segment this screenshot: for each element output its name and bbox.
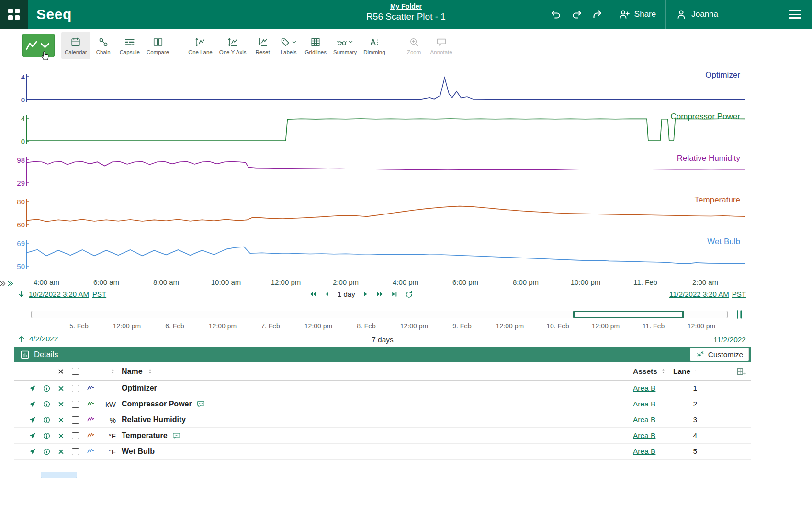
y-axis-max-label[interactable]: 4 xyxy=(14,73,25,81)
home-button[interactable] xyxy=(0,0,28,29)
summary-button[interactable]: Summary xyxy=(330,32,360,59)
calendar-button[interactable]: Calendar xyxy=(61,32,90,59)
remove-icon[interactable] xyxy=(57,448,65,456)
lane-label[interactable]: Temperature xyxy=(695,195,740,205)
row-checkbox[interactable] xyxy=(72,448,79,455)
breadcrumb[interactable]: My Folder xyxy=(390,2,422,10)
y-axis-min-label[interactable]: 29 xyxy=(14,179,25,187)
step-size-label[interactable]: 1 day xyxy=(338,290,355,298)
y-axis-min-label[interactable]: 0 xyxy=(14,96,25,104)
range-end-timezone-link[interactable]: PST xyxy=(732,290,746,298)
row-checkbox[interactable] xyxy=(72,385,79,392)
pin-icon[interactable] xyxy=(28,448,36,456)
dimming-icon xyxy=(369,37,380,47)
capsule-button[interactable]: Capsule xyxy=(116,32,143,59)
down-arrow-icon[interactable] xyxy=(17,290,25,298)
fast-backward-button[interactable] xyxy=(309,290,317,298)
asset-link[interactable]: Area B xyxy=(633,431,655,440)
remove-icon[interactable] xyxy=(57,416,65,424)
fast-forward-button[interactable] xyxy=(376,290,384,298)
remove-icon[interactable] xyxy=(57,400,65,408)
selection-left-handle[interactable] xyxy=(573,311,575,318)
lane-label[interactable]: Relative Humidity xyxy=(677,154,740,163)
remove-icon[interactable] xyxy=(57,432,65,440)
asset-link[interactable]: Area B xyxy=(633,384,655,393)
step-backward-button[interactable] xyxy=(323,290,331,298)
pin-icon[interactable] xyxy=(28,432,36,440)
trend-button[interactable] xyxy=(22,34,55,57)
info-icon[interactable] xyxy=(43,448,51,456)
summary-label: Summary xyxy=(333,49,357,55)
info-icon[interactable] xyxy=(43,432,51,440)
y-axis-min-label[interactable]: 0 xyxy=(14,137,25,146)
pin-icon[interactable] xyxy=(28,400,36,408)
gridlines-button[interactable]: Gridlines xyxy=(302,32,330,59)
share-button[interactable]: Share xyxy=(609,0,665,29)
lane-plot-4[interactable]: Temperature xyxy=(26,195,745,236)
remove-icon[interactable] xyxy=(57,384,65,393)
dimming-button[interactable]: Dimming xyxy=(360,32,388,59)
comment-icon[interactable] xyxy=(196,400,205,409)
y-axis-max-label[interactable]: 4 xyxy=(14,114,25,123)
lane-plot-1[interactable]: Optimizer xyxy=(26,70,745,112)
undo-button[interactable] xyxy=(545,0,566,29)
refresh-button[interactable] xyxy=(405,290,413,298)
one-y-axis-button[interactable]: One Y-Axis xyxy=(216,32,250,59)
expand-panel-icon[interactable] xyxy=(0,280,6,287)
lane-label[interactable]: Compressor Power xyxy=(671,112,741,122)
sort-assets-icon[interactable] xyxy=(660,368,666,374)
row-checkbox[interactable] xyxy=(72,401,79,408)
y-axis-max-label[interactable]: 98 xyxy=(14,156,25,164)
lane-plot-5[interactable]: Wet Bulb xyxy=(26,236,745,278)
y-axis-min-label[interactable]: 60 xyxy=(14,221,25,229)
labels-button[interactable]: Labels xyxy=(276,32,302,59)
asset-link[interactable]: Area B xyxy=(633,400,655,408)
select-all-checkbox[interactable] xyxy=(72,368,79,375)
remove-all-icon[interactable] xyxy=(57,368,65,375)
details-table-body: OptimizerArea B1kWCompressor PowerArea B… xyxy=(14,381,751,460)
customize-button[interactable]: Customize xyxy=(690,348,749,361)
info-icon[interactable] xyxy=(43,400,51,408)
sort-lane-asc-icon[interactable] xyxy=(693,368,697,374)
pin-icon[interactable] xyxy=(28,416,36,424)
step-forward-button[interactable] xyxy=(361,290,370,298)
lane-plot-2[interactable]: Compressor Power xyxy=(26,112,745,153)
range-start-link[interactable]: 10/2/2022 3:20 AM xyxy=(29,290,89,298)
info-icon[interactable] xyxy=(43,416,51,424)
y-axis-max-label[interactable]: 69 xyxy=(14,239,25,247)
sort-name-icon[interactable] xyxy=(147,368,153,374)
one-lane-button[interactable]: One Lane xyxy=(185,32,216,59)
timeline-ticks: 5. Feb12:00 pm6. Feb12:00 pm7. Feb12:00 … xyxy=(14,322,751,332)
comment-icon[interactable] xyxy=(172,431,181,440)
row-checkbox[interactable] xyxy=(72,432,79,439)
add-column-icon[interactable] xyxy=(736,367,746,376)
y-axis-max-label[interactable]: 80 xyxy=(14,198,25,206)
timeline-fit-icon[interactable] xyxy=(734,309,745,320)
lane-label[interactable]: Wet Bulb xyxy=(707,237,740,247)
row-checkbox[interactable] xyxy=(72,416,79,424)
hamburger-menu-icon[interactable] xyxy=(789,10,801,19)
lane-label[interactable]: Optimizer xyxy=(705,70,740,80)
compare-button[interactable]: Compare xyxy=(143,32,172,59)
timeline-selection[interactable] xyxy=(574,311,683,318)
timeline-track[interactable] xyxy=(31,311,728,318)
range-start-timezone-link[interactable]: PST xyxy=(92,290,106,298)
investigate-end-link[interactable]: 11/2/2022 xyxy=(713,336,746,344)
selection-right-handle[interactable] xyxy=(682,311,684,318)
asset-link[interactable]: Area B xyxy=(633,416,655,424)
asset-link[interactable]: Area B xyxy=(633,447,655,456)
skip-to-end-button[interactable] xyxy=(390,290,398,298)
timeline-tick-label: 12:00 pm xyxy=(496,322,524,330)
user-menu[interactable]: Joanna xyxy=(665,0,728,29)
y-axis-min-label[interactable]: 50 xyxy=(14,262,25,270)
pin-icon[interactable] xyxy=(28,384,36,393)
sort-unit-icon[interactable] xyxy=(110,368,116,374)
info-icon[interactable] xyxy=(43,384,51,393)
chain-button[interactable]: Chain xyxy=(90,32,116,59)
lane-plot-3[interactable]: Relative Humidity xyxy=(26,153,745,195)
forward-button[interactable] xyxy=(587,0,609,29)
range-end-link[interactable]: 11/2/2022 3:20 AM xyxy=(669,290,729,298)
redo-button[interactable] xyxy=(566,0,587,29)
reset-button[interactable]: Reset xyxy=(250,32,276,59)
expand-sidebar-icon[interactable] xyxy=(7,280,14,287)
